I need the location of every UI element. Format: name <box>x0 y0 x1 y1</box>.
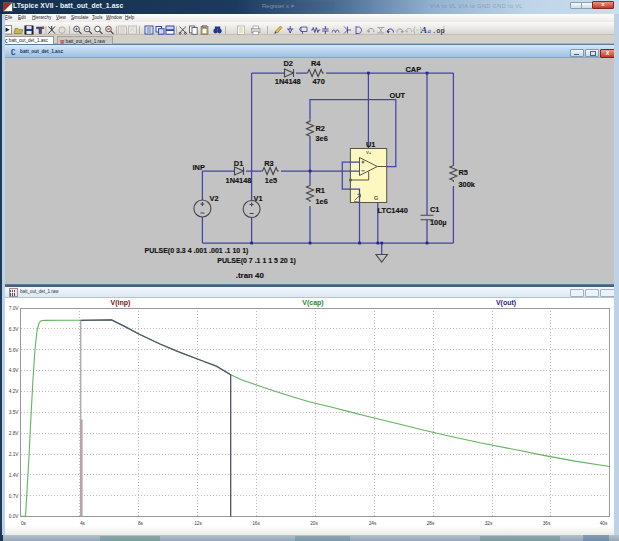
svg-text:4.9V: 4.9V <box>9 368 20 373</box>
svg-text:7.0V: 7.0V <box>9 306 20 311</box>
svg-text:0s: 0s <box>21 521 27 526</box>
svg-text:1N4148: 1N4148 <box>226 176 252 185</box>
svg-text:CAP: CAP <box>406 65 422 74</box>
svg-text:16s: 16s <box>252 521 260 526</box>
svg-text:D1: D1 <box>234 159 243 168</box>
svg-text:5.6V: 5.6V <box>9 348 20 353</box>
svg-text:INP: INP <box>193 163 205 172</box>
svg-text:2.1V: 2.1V <box>9 452 20 457</box>
svg-text:2.8V: 2.8V <box>9 431 20 436</box>
svg-text:1N4148: 1N4148 <box>275 77 301 86</box>
svg-text:a: a <box>428 27 432 35</box>
svg-text:300k: 300k <box>459 180 476 189</box>
svg-text:V+: V+ <box>366 150 372 155</box>
svg-text:4.2V: 4.2V <box>9 389 20 394</box>
svg-text:1e6: 1e6 <box>316 197 328 206</box>
svg-text:V2: V2 <box>210 194 219 203</box>
svg-text:.tran 40: .tran 40 <box>236 271 265 280</box>
svg-text:V(out): V(out) <box>496 299 516 307</box>
svg-text:V(cap): V(cap) <box>302 299 323 307</box>
svg-text:V(inp): V(inp) <box>111 299 131 307</box>
svg-text:4s: 4s <box>80 521 86 526</box>
svg-text:D2: D2 <box>284 59 293 68</box>
svg-text:100µ: 100µ <box>430 218 447 227</box>
svg-text:G: G <box>374 195 378 201</box>
svg-text:32s: 32s <box>485 521 493 526</box>
svg-text:12s: 12s <box>194 521 202 526</box>
svg-text:R2: R2 <box>316 124 325 133</box>
svg-text:3.5V: 3.5V <box>9 410 20 415</box>
svg-text:28s: 28s <box>427 521 435 526</box>
svg-text:PULSE(0 3.3 4 .001 .001 .1 10: PULSE(0 3.3 4 .001 .001 .1 10 1) <box>145 247 249 255</box>
svg-text:36s: 36s <box>543 521 551 526</box>
svg-text:LTC1440: LTC1440 <box>378 206 408 215</box>
svg-text:V1: V1 <box>254 194 263 203</box>
svg-text:40s: 40s <box>600 521 608 526</box>
svg-text:24s: 24s <box>369 521 377 526</box>
svg-text:470: 470 <box>313 77 325 86</box>
svg-text:R3: R3 <box>264 159 273 168</box>
svg-text:1e5: 1e5 <box>265 176 277 185</box>
svg-text:8s: 8s <box>138 521 144 526</box>
svg-text:1.4V: 1.4V <box>9 473 20 478</box>
svg-text:R1: R1 <box>316 186 325 195</box>
svg-text:C1: C1 <box>430 205 439 214</box>
svg-text:0.7V: 0.7V <box>9 494 20 499</box>
svg-text:R4: R4 <box>311 59 321 68</box>
svg-text:PULSE(0 7 .1 1 1 5 20 1): PULSE(0 7 .1 1 1 5 20 1) <box>217 257 296 265</box>
svg-text:A: A <box>420 25 427 35</box>
svg-text:6.3V: 6.3V <box>9 327 20 332</box>
svg-text:OUT: OUT <box>390 91 406 100</box>
svg-text:0.0V: 0.0V <box>9 514 20 519</box>
svg-text:R5: R5 <box>459 168 468 177</box>
svg-text:.op: .op <box>432 27 445 35</box>
svg-text:20s: 20s <box>310 521 318 526</box>
svg-text:U1: U1 <box>366 140 375 149</box>
svg-text:3e6: 3e6 <box>316 134 328 143</box>
